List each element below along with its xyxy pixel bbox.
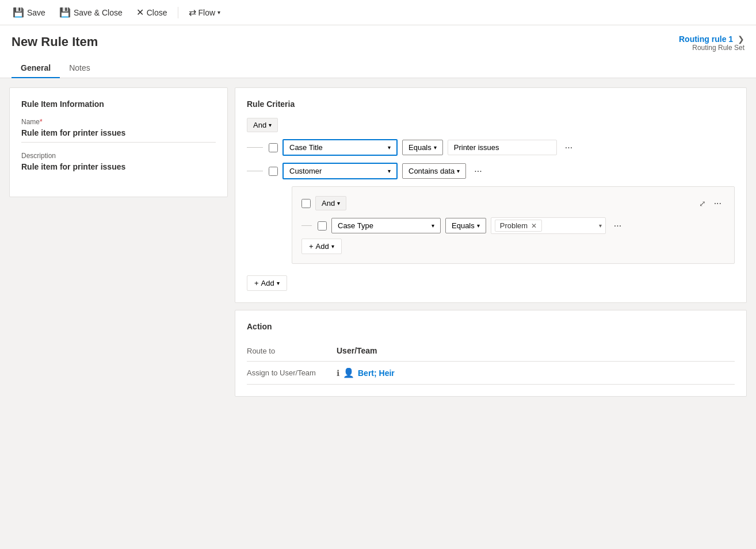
inner-add-label: Add xyxy=(316,242,329,251)
user-icon: 👤 xyxy=(343,367,354,378)
flow-label: Flow xyxy=(198,8,216,17)
case-title-label: Case Title xyxy=(289,143,323,152)
nested-group-wrapper: And ▾ ⤢ ··· xyxy=(269,186,735,264)
case-title-chevron-icon: ▾ xyxy=(388,144,391,151)
route-to-value: User/Team xyxy=(337,346,377,355)
close-icon: ✕ xyxy=(136,7,144,18)
case-type-equals-btn[interactable]: Equals ▾ xyxy=(445,218,486,233)
name-field-label: Name* xyxy=(21,118,216,126)
save-button[interactable]: 💾 Save xyxy=(7,4,51,21)
criteria-row-2: Customer ▾ Contains data ▾ ··· xyxy=(247,163,735,179)
nested-group-checkbox[interactable] xyxy=(301,199,311,208)
more-btn-2[interactable]: ··· xyxy=(471,165,485,178)
problem-tag-close[interactable]: ✕ xyxy=(531,222,537,230)
value-field-chevron-icon[interactable]: ▾ xyxy=(599,222,602,229)
customer-chevron-icon: ▾ xyxy=(388,168,391,174)
inner-add-button[interactable]: + Add ▾ xyxy=(301,239,342,254)
save-close-icon: 💾 xyxy=(59,7,71,18)
outer-add-plus: + xyxy=(254,279,259,287)
route-to-label: Route to xyxy=(247,347,327,355)
nested-and-label: And xyxy=(322,199,335,208)
criteria-container: Case Title ▾ Equals ▾ ··· xyxy=(247,139,735,291)
rule-criteria-panel: Rule Criteria And ▾ Case Title ▾ xyxy=(235,87,747,303)
inner-add-plus: + xyxy=(309,242,314,251)
contains-data-chevron-icon: ▾ xyxy=(457,168,460,174)
required-star: * xyxy=(40,118,43,126)
problem-tag-label: Problem xyxy=(500,221,528,230)
case-title-select[interactable]: Case Title ▾ xyxy=(282,139,398,156)
outer-add-wrapper: + Add ▾ xyxy=(247,271,735,291)
case-type-equals-label: Equals xyxy=(452,221,475,230)
nested-more-btn[interactable]: ··· xyxy=(711,197,725,210)
save-icon: 💾 xyxy=(13,7,24,18)
case-type-chevron-icon: ▾ xyxy=(432,222,434,229)
nested-group-left: And ▾ xyxy=(301,196,346,210)
routing-rule-link[interactable]: Routing rule 1 xyxy=(679,34,733,44)
equals-chevron-1: ▾ xyxy=(434,144,437,151)
equals-btn-1[interactable]: Equals ▾ xyxy=(402,140,443,155)
nested-and-button[interactable]: And ▾ xyxy=(315,196,346,210)
contains-data-btn[interactable]: Contains data ▾ xyxy=(402,163,466,179)
route-to-row: Route to User/Team xyxy=(247,340,735,362)
assign-icons: ℹ 👤 Bert; Heir xyxy=(337,367,395,378)
connector-1 xyxy=(247,147,264,148)
outer-add-chevron-icon: ▾ xyxy=(277,280,280,286)
left-panel-title: Rule Item Information xyxy=(21,99,216,109)
description-field-label: Description xyxy=(21,152,216,160)
assign-value[interactable]: Bert; Heir xyxy=(358,368,395,378)
name-field-value: Rule item for printer issues xyxy=(21,128,216,143)
save-close-button[interactable]: 💾 Save & Close xyxy=(54,4,128,21)
contains-data-label: Contains data xyxy=(408,167,455,175)
assign-row: Assign to User/Team ℹ 👤 Bert; Heir xyxy=(247,362,735,385)
routing-rule-chevron-icon: ❯ xyxy=(738,34,744,44)
close-label: Close xyxy=(147,8,167,17)
nested-group: And ▾ ⤢ ··· xyxy=(292,186,735,264)
flow-button[interactable]: ⇄ Flow ▾ xyxy=(183,4,227,21)
tab-notes[interactable]: Notes xyxy=(60,59,100,78)
outer-add-button[interactable]: + Add ▾ xyxy=(247,275,287,291)
save-label: Save xyxy=(27,8,45,17)
nested-criteria-row: Case Type ▾ Equals ▾ Problem ✕ xyxy=(301,217,725,234)
criteria-value-input-1[interactable] xyxy=(448,140,557,155)
tabs: General Notes xyxy=(12,59,744,78)
description-field-value: Rule item for printer issues xyxy=(21,162,216,176)
nested-group-actions: ⤢ ··· xyxy=(699,197,725,210)
page-title: New Rule Item xyxy=(12,34,98,49)
page-header: New Rule Item Routing rule 1 ❯ Routing R… xyxy=(0,25,756,78)
assign-label: Assign to User/Team xyxy=(247,368,327,377)
criteria-checkbox-2[interactable] xyxy=(269,167,278,176)
right-panels: Rule Criteria And ▾ Case Title ▾ xyxy=(235,87,747,549)
inner-add-chevron-icon: ▾ xyxy=(331,243,334,249)
toolbar: 💾 Save 💾 Save & Close ✕ Close ⇄ Flow ▾ xyxy=(0,0,756,25)
customer-label: Customer xyxy=(289,167,322,175)
save-close-label: Save & Close xyxy=(74,8,123,17)
flow-icon: ⇄ xyxy=(189,7,196,18)
case-type-checkbox[interactable] xyxy=(318,221,327,231)
nested-and-chevron-icon: ▾ xyxy=(337,200,340,206)
nested-group-header: And ▾ ⤢ ··· xyxy=(301,196,725,210)
case-type-label: Case Type xyxy=(338,221,373,230)
action-panel: Action Route to User/Team Assign to User… xyxy=(235,310,747,397)
collapse-button[interactable]: ⤢ xyxy=(699,199,706,208)
and-top-label: And xyxy=(253,121,266,129)
and-top-button[interactable]: And ▾ xyxy=(247,118,278,132)
toolbar-separator xyxy=(178,7,178,18)
problem-value-tag: Problem ✕ xyxy=(495,220,542,232)
nested-row-more-btn[interactable]: ··· xyxy=(610,220,625,232)
routing-rule-sub: Routing Rule Set xyxy=(679,44,744,52)
tab-general[interactable]: General xyxy=(12,59,60,78)
and-top-chevron-icon: ▾ xyxy=(269,122,272,128)
action-title: Action xyxy=(247,322,735,331)
routing-rule-container: Routing rule 1 ❯ Routing Rule Set xyxy=(679,34,744,52)
criteria-checkbox-1[interactable] xyxy=(269,143,278,152)
more-btn-1[interactable]: ··· xyxy=(562,141,576,154)
close-button[interactable]: ✕ Close xyxy=(131,4,173,21)
customer-select[interactable]: Customer ▾ xyxy=(282,163,398,179)
connector-2 xyxy=(247,171,264,171)
outer-add-label: Add xyxy=(261,279,274,287)
info-icon[interactable]: ℹ xyxy=(337,368,339,378)
case-type-select[interactable]: Case Type ▾ xyxy=(331,218,441,233)
equals-label-1: Equals xyxy=(408,143,432,152)
left-panel: Rule Item Information Name* Rule item fo… xyxy=(9,87,228,197)
criteria-row-1: Case Title ▾ Equals ▾ ··· xyxy=(247,139,735,156)
